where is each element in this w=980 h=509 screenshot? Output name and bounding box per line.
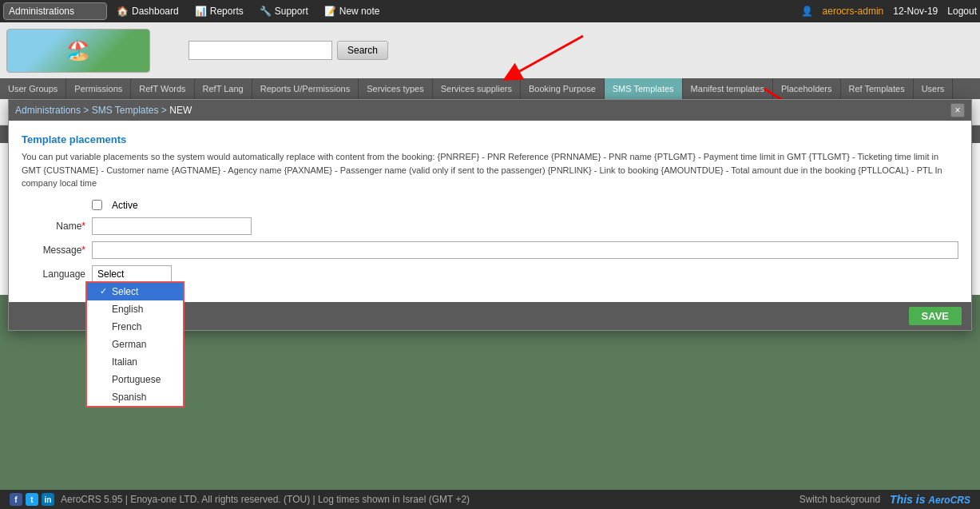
name-row: Name* (22, 217, 958, 235)
language-dropdown: ✓ Select ✓ English ✓ French ✓ (85, 281, 184, 408)
content-wrapper: No filter applied 📤 🌿 🛏️ ✏️ 📮 ✉️ (0, 99, 980, 295)
main-content: No filter applied 📤 🌿 🛏️ ✏️ 📮 ✉️ (0, 99, 980, 295)
reports-icon: 📊 (195, 6, 207, 17)
modal-close-button[interactable]: × (950, 103, 965, 117)
linkedin-icon[interactable]: in (42, 493, 54, 506)
search-input[interactable] (188, 41, 332, 60)
tab-users[interactable]: Users (914, 78, 954, 99)
tab-permissions[interactable]: Permissions (66, 78, 131, 99)
bottom-bar: f t in AeroCRS 5.95 | Enoya-one LTD. All… (0, 490, 980, 509)
newnote-button[interactable]: 📝 New note (318, 4, 387, 18)
search-button[interactable]: Search (337, 41, 388, 60)
modal-body: Template placements You can put variable… (9, 121, 971, 296)
name-label: Name* (22, 221, 85, 232)
dropdown-portuguese-option[interactable]: ✓ Portuguese (87, 371, 183, 388)
tab-reftlang[interactable]: RefT Lang (195, 78, 252, 99)
breadcrumb-path: Administrations > SMS Templates > (15, 105, 167, 116)
brand-text: This is AeroCRS (890, 493, 970, 506)
search-row: 🏖️ Search (0, 22, 980, 78)
breadcrumb-new: NEW (169, 105, 192, 116)
switch-background-text[interactable]: Switch background (799, 494, 880, 505)
save-button[interactable]: SAVE (909, 307, 962, 325)
bottom-right: Switch background This is AeroCRS (799, 493, 970, 506)
language-row: Language SelectEnglishFrenchGermanItalia… (22, 265, 958, 283)
active-label-text: Active (112, 200, 138, 211)
template-desc: You can put variable placements so the s… (22, 150, 958, 190)
dropdown-spanish-option[interactable]: ✓ Spanish (87, 388, 183, 406)
tab-smstemplates[interactable]: SMS Templates (605, 78, 683, 99)
tab-usergroups[interactable]: User Groups (0, 78, 66, 99)
logo-image: 🏖️ (66, 39, 90, 62)
date-display: 12-Nov-19 (893, 6, 938, 17)
message-row: Message* (22, 241, 958, 259)
top-nav: Administrations 🏠 Dashboard 📊 Reports 🔧 … (0, 0, 980, 22)
support-icon: 🔧 (260, 6, 272, 17)
top-right-area: 👤 aerocrs-admin 12-Nov-19 Logout (801, 6, 977, 17)
facebook-icon[interactable]: f (10, 493, 22, 506)
dropdown-italian-option[interactable]: ✓ Italian (87, 353, 183, 371)
modal-header: Administrations > SMS Templates > NEW × (9, 100, 971, 121)
tab-reportsupermissions[interactable]: Reports U/Permissions (252, 78, 359, 99)
active-row: Active (22, 200, 958, 211)
user-link[interactable]: aerocrs-admin (823, 6, 884, 17)
logout-button[interactable]: Logout (947, 6, 977, 17)
tab-reftwords[interactable]: RefT Words (131, 78, 194, 99)
dropdown-english-option[interactable]: ✓ English (87, 300, 183, 318)
reports-button[interactable]: 📊 Reports (188, 4, 250, 18)
social-links: f t in (10, 493, 54, 506)
user-icon: 👤 (801, 6, 813, 17)
message-label: Message* (22, 245, 85, 256)
twitter-icon[interactable]: t (26, 493, 38, 506)
dashboard-icon: 🏠 (117, 6, 129, 17)
copyright-text: AeroCRS 5.95 | Enoya-one LTD. All rights… (61, 494, 470, 505)
dashboard-button[interactable]: 🏠 Dashboard (110, 4, 185, 18)
language-select[interactable]: SelectEnglishFrenchGermanItalianPortugue… (92, 265, 172, 283)
language-label: Language (22, 268, 85, 280)
breadcrumb: Administrations > SMS Templates > NEW (15, 105, 192, 116)
newnote-icon: 📝 (324, 6, 336, 17)
dropdown-german-option[interactable]: ✓ German (87, 336, 183, 353)
bottom-left: f t in AeroCRS 5.95 | Enoya-one LTD. All… (10, 493, 470, 506)
message-input[interactable] (92, 241, 958, 259)
tab-bookingpurpose[interactable]: Booking Purpose (521, 78, 605, 99)
tab-servicessuppliers[interactable]: Services suppliers (433, 78, 521, 99)
tab-reftemplates[interactable]: Ref Templates (841, 78, 914, 99)
support-button[interactable]: 🔧 Support (253, 4, 315, 18)
dropdown-select-option[interactable]: ✓ Select (87, 283, 183, 300)
template-title: Template placements (22, 133, 958, 145)
admin-dropdown[interactable]: Administrations (3, 2, 107, 20)
logo: 🏖️ (6, 29, 150, 73)
tab-bar: User Groups Permissions RefT Words RefT … (0, 78, 980, 99)
sms-template-modal: Administrations > SMS Templates > NEW × … (8, 99, 972, 331)
language-select-wrapper: SelectEnglishFrenchGermanItalianPortugue… (92, 265, 172, 283)
tab-servicestypes[interactable]: Services types (359, 78, 433, 99)
dropdown-french-option[interactable]: ✓ French (87, 318, 183, 336)
active-checkbox[interactable] (92, 200, 102, 210)
name-input[interactable] (92, 217, 252, 235)
